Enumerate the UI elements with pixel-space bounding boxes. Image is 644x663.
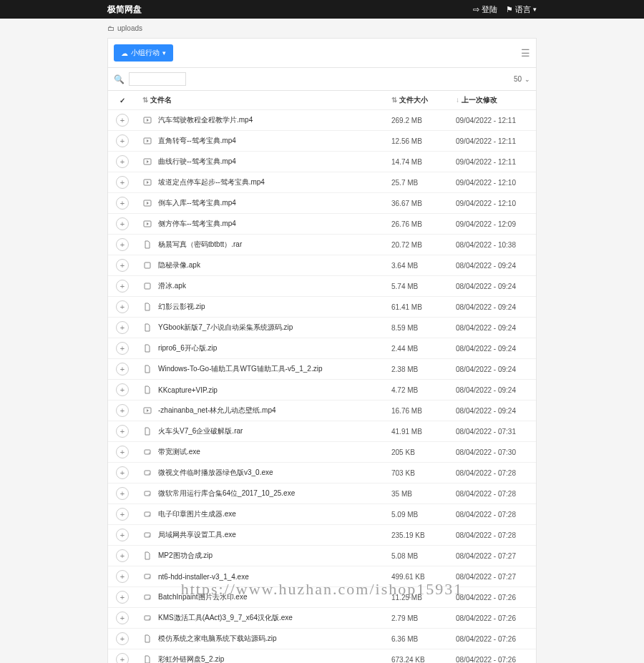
file-name[interactable]: 侧方停车--驾考宝典.mp4 [158, 219, 236, 229]
file-name[interactable]: KKcapture+VIP.zip [158, 386, 218, 394]
file-icon [142, 365, 152, 373]
add-button[interactable]: + [116, 466, 129, 479]
sort-icon: ⇅ [142, 96, 148, 104]
add-button[interactable]: + [116, 508, 129, 521]
table-row: +nt6-hdd-installer-v3_1_4.exe499.61 KB08… [108, 566, 536, 587]
add-button[interactable]: + [116, 176, 129, 189]
file-date: 08/04/2022 - 09:24 [450, 276, 536, 297]
add-button[interactable]: + [116, 342, 129, 355]
add-button[interactable]: + [116, 114, 129, 127]
file-size: 5.74 MB [386, 276, 450, 297]
col-size[interactable]: ⇅文件大小 [386, 91, 450, 110]
add-button[interactable]: + [116, 238, 129, 251]
file-name[interactable]: BatchInpaint图片去水印.exe [158, 592, 248, 602]
file-name[interactable]: KMS激活工具(AAct)3_9_7_x64汉化版.exe [158, 613, 293, 623]
menu-icon[interactable]: ☰ [521, 47, 530, 59]
add-button[interactable]: + [116, 591, 129, 604]
file-name[interactable]: MP2图功合成.zip [158, 551, 213, 561]
table-row: +Windows-To-Go-辅助工具WTG辅助工具-v5_1_2.zip2.3… [108, 359, 536, 380]
file-name[interactable]: 幻影云影视.zip [158, 302, 205, 312]
table-row: +微视文件临时播放器绿色版v3_0.exe703 KB08/04/2022 - … [108, 463, 536, 483]
add-button[interactable]: + [116, 280, 129, 293]
file-icon [142, 303, 152, 311]
file-name[interactable]: -zhainanba_net-林允儿动态壁纸.mp4 [158, 406, 276, 416]
lang-link[interactable]: ⚑ 语言 ▾ [506, 4, 537, 15]
file-icon [142, 323, 152, 332]
add-button[interactable]: + [116, 321, 129, 334]
search-input[interactable] [129, 72, 186, 86]
svg-rect-6 [145, 262, 150, 268]
col-check[interactable]: ✓ [108, 91, 137, 110]
disk-icon [142, 572, 152, 581]
add-button[interactable]: + [116, 155, 129, 168]
sort-down-icon: ↓ [456, 96, 459, 104]
file-name[interactable]: 隐秘录像.apk [158, 260, 200, 270]
file-name[interactable]: 电子印章图片生成器.exe [158, 509, 236, 519]
file-name[interactable]: Windows-To-Go-辅助工具WTG辅助工具-v5_1_2.zip [158, 364, 322, 374]
file-name[interactable]: nt6-hdd-installer-v3_1_4.exe [158, 573, 249, 581]
add-button[interactable]: + [116, 404, 129, 417]
login-icon: ⇨ [473, 5, 479, 14]
add-button[interactable]: + [116, 446, 129, 458]
per-page-select[interactable]: 50 ⌄ [514, 75, 530, 83]
file-date: 08/04/2022 - 07:26 [450, 608, 536, 629]
add-button[interactable]: + [116, 549, 129, 562]
video-icon [142, 157, 152, 166]
login-link[interactable]: ⇨ 登陆 [473, 4, 497, 15]
col-date-label: 上一次修改 [462, 96, 497, 104]
group-action-button[interactable]: ☁ 小组行动 ▾ [114, 44, 173, 62]
svg-rect-7 [145, 283, 150, 289]
file-date: 09/04/2022 - 12:09 [450, 214, 536, 235]
add-button[interactable]: + [116, 653, 129, 663]
add-button[interactable]: + [116, 487, 129, 500]
file-icon [142, 427, 152, 436]
file-name[interactable]: 滑冰.apk [158, 281, 186, 291]
table-row: +曲线行驶--驾考宝典.mp414.74 MB09/04/2022 - 12:1… [108, 152, 536, 172]
file-size: 25.7 MB [386, 172, 450, 193]
file-icon [142, 385, 152, 394]
table-row: +KMS激活工具(AAct)3_9_7_x64汉化版.exe2.79 MB08/… [108, 608, 536, 629]
file-size: 235.19 KB [386, 525, 450, 546]
file-date: 09/04/2022 - 12:11 [450, 131, 536, 152]
file-name[interactable]: 倒车入库--驾考宝典.mp4 [158, 198, 236, 208]
add-button[interactable]: + [116, 197, 129, 210]
breadcrumb-text[interactable]: uploads [117, 24, 142, 32]
search-icon[interactable]: 🔍 [114, 74, 125, 84]
col-date[interactable]: ↓上一次修改 [450, 91, 536, 110]
file-name[interactable]: 汽车驾驶教程全程教学片.mp4 [158, 115, 253, 125]
file-name[interactable]: 火车头V7_6企业破解版.rar [158, 426, 243, 436]
table-row: +-zhainanba_net-林允儿动态壁纸.mp416.76 MB08/04… [108, 401, 536, 421]
add-button[interactable]: + [116, 612, 129, 624]
file-name[interactable]: YGbook新版7_7小说自动采集系统源码.zip [158, 323, 293, 333]
add-button[interactable]: + [116, 259, 129, 272]
table-row: +MP2图功合成.zip5.08 MB08/04/2022 - 07:27 [108, 546, 536, 566]
file-name[interactable]: 局域网共享设置工具.exe [158, 530, 236, 540]
table-row: +KKcapture+VIP.zip4.72 MB08/04/2022 - 09… [108, 380, 536, 401]
table-row: +带宽测试.exe205 KB08/04/2022 - 07:30 [108, 442, 536, 463]
col-name[interactable]: ⇅文件名 [137, 91, 386, 110]
add-button[interactable]: + [116, 217, 129, 230]
disk-icon [142, 531, 152, 539]
add-button[interactable]: + [116, 134, 129, 147]
file-name[interactable]: 直角转弯--驾考宝典.mp4 [158, 136, 236, 146]
file-name[interactable]: 微软常用运行库合集64位_2017_10_25.exe [158, 488, 295, 499]
file-name[interactable]: 曲线行驶--驾考宝典.mp4 [158, 157, 236, 167]
add-button[interactable]: + [116, 383, 129, 396]
file-size: 20.72 MB [386, 235, 450, 255]
file-name[interactable]: 模仿系统之家电脑系统下载站源码.zip [158, 634, 277, 644]
folder-icon: 🗀 [107, 24, 114, 32]
add-button[interactable]: + [116, 300, 129, 313]
file-date: 08/04/2022 - 07:28 [450, 504, 536, 525]
add-button[interactable]: + [116, 425, 129, 438]
file-name[interactable]: 杨晨写真（密码tbtbtt）.rar [158, 240, 242, 250]
add-button[interactable]: + [116, 632, 129, 645]
add-button[interactable]: + [116, 363, 129, 375]
file-name[interactable]: 微视文件临时播放器绿色版v3_0.exe [158, 468, 273, 478]
file-name[interactable]: 坡道定点停车起步--驾考宝典.mp4 [158, 177, 265, 187]
file-name[interactable]: 彩虹外链网盘5_2.zip [158, 654, 224, 663]
file-name[interactable]: 带宽测试.exe [158, 447, 200, 457]
file-size: 16.76 MB [386, 401, 450, 421]
add-button[interactable]: + [116, 570, 129, 583]
file-name[interactable]: ripro6_6开心版.zip [158, 343, 217, 353]
add-button[interactable]: + [116, 529, 129, 541]
